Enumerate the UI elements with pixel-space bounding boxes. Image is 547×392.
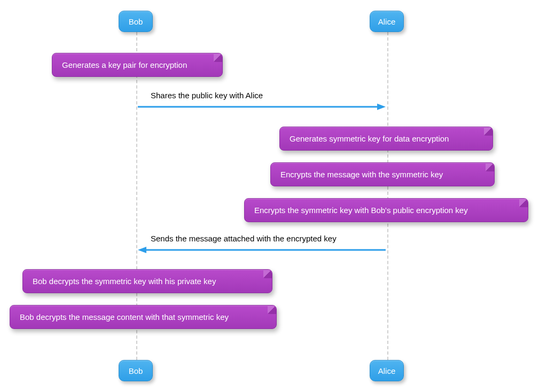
note-text: Generates a key pair for encryption bbox=[62, 60, 187, 69]
note-bob-decrypts-message: Bob decrypts the message content with th… bbox=[10, 305, 277, 329]
message-label-share-pubkey: Shares the public key with Alice bbox=[151, 91, 263, 100]
note-fold-icon bbox=[484, 127, 493, 136]
note-bob-decrypts-symkey: Bob decrypts the symmetric key with his … bbox=[22, 269, 272, 293]
note-text: Bob decrypts the symmetric key with his … bbox=[33, 277, 216, 286]
note-text: Bob decrypts the message content with th… bbox=[20, 312, 229, 322]
actor-bob-top: Bob bbox=[119, 11, 153, 32]
lifeline-alice bbox=[387, 32, 388, 360]
note-alice-encrypts-symkey: Encrypts the symmetric key with Bob's pu… bbox=[244, 198, 528, 222]
svg-marker-3 bbox=[138, 247, 146, 253]
note-text: Encrypts the message with the symmetric … bbox=[280, 170, 443, 179]
actor-bob-bottom: Bob bbox=[119, 360, 153, 381]
message-arrow-alice-to-bob bbox=[138, 246, 386, 258]
message-label-send-encrypted: Sends the message attached with the encr… bbox=[151, 234, 337, 243]
note-text: Generates symmetric key for data encrypt… bbox=[290, 134, 449, 143]
actor-alice-bottom: Alice bbox=[370, 360, 404, 381]
sequence-diagram: Bob Alice Bob Alice Generates a key pair… bbox=[0, 0, 547, 392]
note-fold-icon bbox=[214, 53, 222, 62]
note-fold-icon bbox=[486, 163, 494, 171]
note-fold-icon bbox=[263, 270, 272, 278]
note-fold-icon bbox=[268, 305, 276, 314]
note-bob-generates-keypair: Generates a key pair for encryption bbox=[52, 53, 223, 77]
note-alice-encrypts-message: Encrypts the message with the symmetric … bbox=[270, 162, 495, 186]
note-fold-icon bbox=[519, 199, 528, 207]
actor-alice-top: Alice bbox=[370, 11, 404, 32]
svg-marker-1 bbox=[377, 104, 386, 110]
note-alice-generates-symkey: Generates symmetric key for data encrypt… bbox=[279, 127, 493, 151]
note-text: Encrypts the symmetric key with Bob's pu… bbox=[254, 206, 468, 215]
message-arrow-bob-to-alice bbox=[138, 103, 386, 115]
